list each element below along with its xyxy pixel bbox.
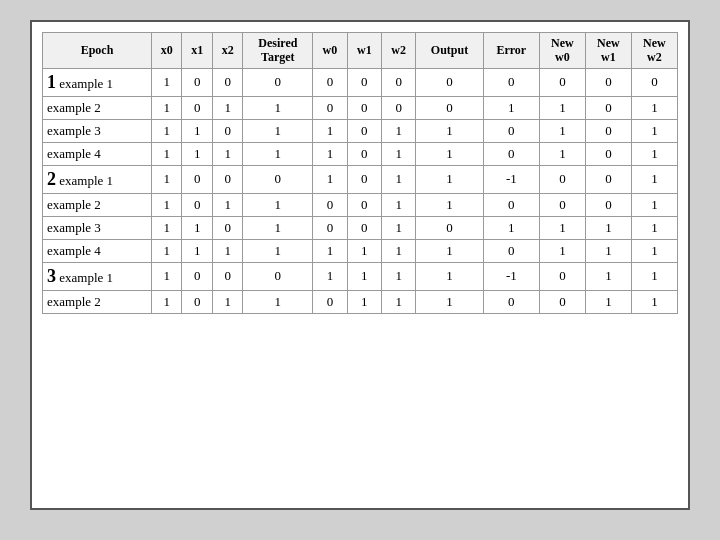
error-cell: 0 — [483, 68, 539, 96]
x1-cell: 1 — [182, 216, 212, 239]
w0-cell: 0 — [313, 290, 347, 313]
error-cell: 0 — [483, 290, 539, 313]
output-cell: 1 — [416, 165, 483, 193]
desired-cell: 1 — [243, 96, 313, 119]
main-container: Epoch x0 x1 x2 DesiredTarget w0 w1 w2 Ou… — [30, 20, 690, 510]
x2-cell: 1 — [212, 239, 242, 262]
desired-cell: 1 — [243, 216, 313, 239]
w1-cell: 0 — [347, 119, 381, 142]
epoch-cell: example 4 — [43, 239, 152, 262]
x1-cell: 0 — [182, 262, 212, 290]
new-w1-cell: 0 — [585, 193, 631, 216]
new-w2-cell: 1 — [631, 119, 677, 142]
w1-cell: 1 — [347, 290, 381, 313]
w1-cell: 1 — [347, 239, 381, 262]
x1-cell: 0 — [182, 193, 212, 216]
x0-cell: 1 — [151, 68, 181, 96]
x2-cell: 0 — [212, 68, 242, 96]
error-cell: 0 — [483, 193, 539, 216]
w0-cell: 0 — [313, 96, 347, 119]
new-w1-cell: 0 — [585, 142, 631, 165]
table-row: example 4111111110111 — [43, 239, 678, 262]
perceptron-table: Epoch x0 x1 x2 DesiredTarget w0 w1 w2 Ou… — [42, 32, 678, 314]
x0-cell: 1 — [151, 216, 181, 239]
x2-cell: 1 — [212, 193, 242, 216]
x0-cell: 1 — [151, 165, 181, 193]
w0-cell: 1 — [313, 119, 347, 142]
header-x2: x2 — [212, 33, 242, 69]
table-row: 3 example 110001111-1011 — [43, 262, 678, 290]
epoch-cell: example 3 — [43, 119, 152, 142]
new-w2-cell: 1 — [631, 193, 677, 216]
desired-cell: 1 — [243, 239, 313, 262]
new-w2-cell: 1 — [631, 262, 677, 290]
new-w0-cell: 0 — [539, 290, 585, 313]
x2-cell: 0 — [212, 262, 242, 290]
w0-cell: 0 — [313, 216, 347, 239]
output-cell: 1 — [416, 193, 483, 216]
new-w0-cell: 1 — [539, 216, 585, 239]
w2-cell: 1 — [381, 290, 415, 313]
x1-cell: 1 — [182, 239, 212, 262]
header-w2: w2 — [381, 33, 415, 69]
table-row: example 3110110110101 — [43, 119, 678, 142]
new-w2-cell: 1 — [631, 239, 677, 262]
w1-cell: 0 — [347, 216, 381, 239]
table-row: 2 example 110001011-1001 — [43, 165, 678, 193]
output-cell: 1 — [416, 142, 483, 165]
w2-cell: 1 — [381, 239, 415, 262]
w1-cell: 0 — [347, 142, 381, 165]
w2-cell: 1 — [381, 216, 415, 239]
w1-cell: 1 — [347, 262, 381, 290]
x1-cell: 1 — [182, 142, 212, 165]
w1-cell: 0 — [347, 193, 381, 216]
w2-cell: 1 — [381, 142, 415, 165]
error-cell: -1 — [483, 262, 539, 290]
new-w2-cell: 1 — [631, 165, 677, 193]
new-w2-cell: 1 — [631, 142, 677, 165]
x0-cell: 1 — [151, 119, 181, 142]
desired-cell: 1 — [243, 193, 313, 216]
w0-cell: 1 — [313, 262, 347, 290]
x2-cell: 0 — [212, 165, 242, 193]
new-w2-cell: 1 — [631, 96, 677, 119]
header-w1: w1 — [347, 33, 381, 69]
w0-cell: 1 — [313, 142, 347, 165]
x2-cell: 1 — [212, 142, 242, 165]
error-cell: 0 — [483, 142, 539, 165]
new-w1-cell: 1 — [585, 239, 631, 262]
w2-cell: 1 — [381, 165, 415, 193]
x0-cell: 1 — [151, 290, 181, 313]
header-new-w0: Neww0 — [539, 33, 585, 69]
desired-cell: 1 — [243, 142, 313, 165]
w0-cell: 0 — [313, 68, 347, 96]
error-cell: 1 — [483, 96, 539, 119]
new-w0-cell: 0 — [539, 193, 585, 216]
new-w2-cell: 1 — [631, 216, 677, 239]
new-w1-cell: 0 — [585, 96, 631, 119]
new-w1-cell: 0 — [585, 119, 631, 142]
epoch-cell: example 2 — [43, 290, 152, 313]
x2-cell: 0 — [212, 119, 242, 142]
desired-cell: 0 — [243, 262, 313, 290]
output-cell: 1 — [416, 119, 483, 142]
w0-cell: 1 — [313, 239, 347, 262]
error-cell: 1 — [483, 216, 539, 239]
epoch-number: 3 — [47, 266, 56, 286]
new-w0-cell: 1 — [539, 239, 585, 262]
table-row: 1 example 1100000000000 — [43, 68, 678, 96]
header-w0: w0 — [313, 33, 347, 69]
output-cell: 1 — [416, 262, 483, 290]
w1-cell: 0 — [347, 165, 381, 193]
error-cell: 0 — [483, 119, 539, 142]
x0-cell: 1 — [151, 142, 181, 165]
epoch-cell: example 2 — [43, 96, 152, 119]
x1-cell: 0 — [182, 68, 212, 96]
table-row: example 4111110110101 — [43, 142, 678, 165]
epoch-cell: example 3 — [43, 216, 152, 239]
x0-cell: 1 — [151, 96, 181, 119]
w1-cell: 0 — [347, 96, 381, 119]
table-row: example 2101100001101 — [43, 96, 678, 119]
epoch-number: 1 — [47, 72, 56, 92]
w2-cell: 0 — [381, 96, 415, 119]
